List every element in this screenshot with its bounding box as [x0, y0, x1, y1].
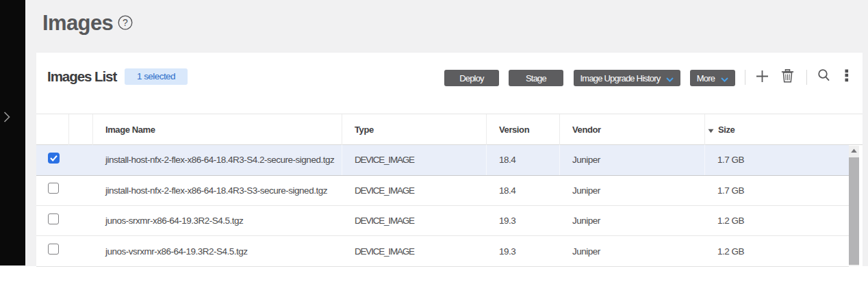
svg-text:?: ?	[123, 17, 128, 28]
